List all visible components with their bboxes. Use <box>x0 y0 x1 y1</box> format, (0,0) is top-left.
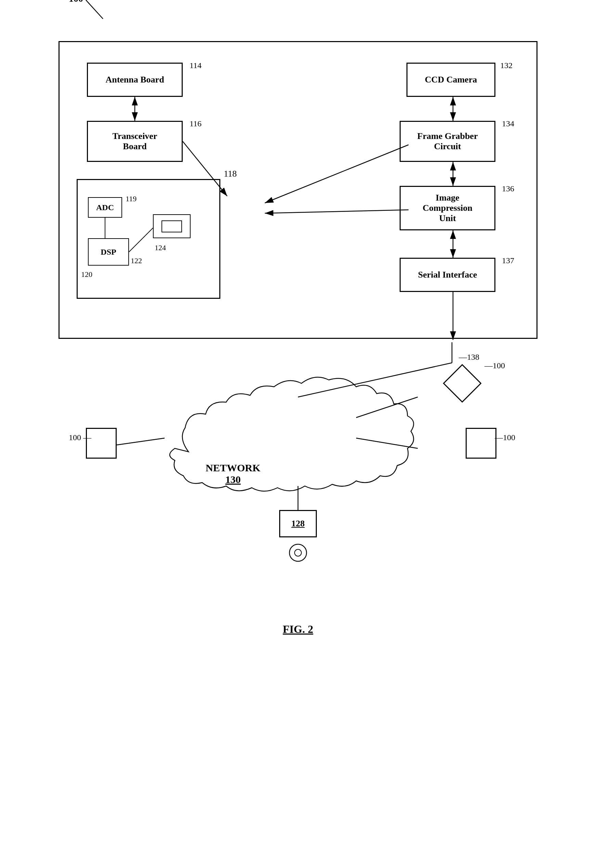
node-left-ref: 100 — <box>69 433 91 442</box>
adc-label: ADC <box>96 203 114 212</box>
memory-inner <box>161 220 182 232</box>
ccd-ref: 132 <box>500 61 512 70</box>
node-128-box: 128 <box>279 510 317 537</box>
adc-ref: 119 <box>125 195 137 203</box>
svg-line-18 <box>356 397 418 418</box>
transceiver-board-label: TransceiverBoard <box>112 131 157 152</box>
bottom-section: —138 NETWORK 130 100 — —100 —100 128 <box>59 342 537 609</box>
dsp-inner-ref: 122 <box>131 256 142 265</box>
transceiver-ref: 116 <box>190 119 202 128</box>
dsp-label: DSP <box>100 248 116 257</box>
network-label: NETWORK 130 <box>206 462 260 485</box>
system-ref-100: 100 <box>69 0 83 4</box>
dsp-box: DSP <box>88 238 129 266</box>
serial-interface-ref: 137 <box>502 256 514 265</box>
inner-system-box: ADC 119 DSP 120 122 124 <box>77 179 220 299</box>
network-ref: 130 <box>226 474 241 485</box>
adc-box: ADC <box>88 197 122 218</box>
ccd-camera-label: CCD Camera <box>425 75 477 85</box>
antenna-board-label: Antenna Board <box>105 75 164 85</box>
node-bottom-right-ref: —100 <box>495 433 515 442</box>
svg-line-19 <box>356 438 418 448</box>
system-boundary-box: Antenna Board 114 CCD Camera 132 Transce… <box>59 41 537 339</box>
node-128-label: 128 <box>292 518 305 529</box>
serial-interface-box: Serial Interface <box>400 258 496 292</box>
serial-interface-label: Serial Interface <box>418 270 477 280</box>
node-128-container: 128 <box>284 541 312 565</box>
frame-grabber-box: Frame GrabberCircuit <box>400 121 496 162</box>
page: 100 Antenna Board 114 CCD Camera 132 Tra… <box>0 0 596 868</box>
inner-box-ref: 118 <box>224 169 237 179</box>
transceiver-board-box: TransceiverBoard <box>87 121 183 162</box>
ccd-camera-box: CCD Camera <box>406 63 496 97</box>
svg-line-17 <box>117 438 165 445</box>
svg-point-21 <box>289 544 307 561</box>
antenna-ref: 114 <box>190 61 202 70</box>
node-left-box <box>86 428 117 459</box>
svg-line-9 <box>265 145 409 203</box>
svg-line-11 <box>265 210 409 213</box>
node-top-right-diamond <box>443 364 481 403</box>
frame-grabber-ref: 134 <box>502 119 514 128</box>
svg-point-22 <box>295 549 301 556</box>
memory-box <box>153 214 190 238</box>
memory-ref: 124 <box>155 244 166 252</box>
ref-138: —138 <box>459 353 479 362</box>
figure-label: FIG. 2 <box>283 623 313 636</box>
svg-line-16 <box>298 363 452 397</box>
image-compression-label: ImageCompressionUnit <box>422 193 472 223</box>
svg-line-0 <box>86 0 103 19</box>
antenna-board-box: Antenna Board <box>87 63 183 97</box>
svg-line-2 <box>129 228 153 252</box>
network-text: NETWORK <box>206 462 260 473</box>
image-compression-box: ImageCompressionUnit <box>400 186 496 230</box>
image-compression-ref: 136 <box>502 184 514 193</box>
dsp-ref-label: 120 <box>81 270 92 279</box>
frame-grabber-label: Frame GrabberCircuit <box>417 131 478 152</box>
node-top-right-ref: —100 <box>484 361 505 371</box>
camera-icon <box>284 541 312 565</box>
node-bottom-right-box <box>466 428 496 459</box>
